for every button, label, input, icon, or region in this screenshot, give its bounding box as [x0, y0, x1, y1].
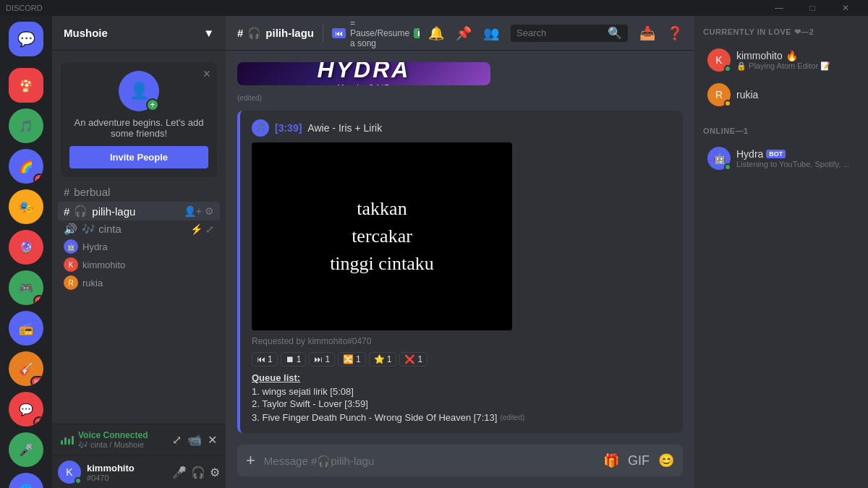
server-icon-5[interactable]: 🔮	[9, 230, 43, 265]
hash-icon: #	[64, 205, 69, 218]
online-status-dot	[75, 477, 82, 484]
maximize-button[interactable]: □	[796, 0, 829, 16]
main-content: # 🎧 pilih-lagu ⏮ = Pause/Resume a song ⏹…	[226, 16, 694, 488]
reaction-skip[interactable]: ⏭1	[309, 352, 335, 367]
prev-icon: ⏮	[332, 28, 346, 38]
member-item-rukia[interactable]: R rukia	[703, 80, 859, 109]
reaction-stop[interactable]: ⏹1	[281, 352, 307, 367]
minimize-button[interactable]: —	[762, 0, 796, 16]
voice-disconnect-button[interactable]: ✕	[208, 433, 217, 447]
message-input[interactable]	[264, 455, 595, 467]
reaction-count: 1	[325, 354, 330, 364]
queue-title: Queue list:	[252, 372, 671, 383]
reaction-count: 1	[417, 354, 422, 364]
reaction-star[interactable]: ⭐1	[369, 352, 397, 367]
voice-user-rukia[interactable]: R rukia	[58, 274, 220, 291]
activity-icon[interactable]: ⚡	[190, 223, 203, 235]
voice-user-kimmohito[interactable]: K kimmohito	[58, 256, 220, 273]
server-icon-10[interactable]: 🎤	[9, 432, 43, 467]
voice-channel-cinta[interactable]: 🔊 🎶 cinta ⚡ ⤢	[58, 221, 220, 237]
stop-icon: ⏹	[414, 28, 420, 38]
member-item-kimmohito[interactable]: K kimmohito 🔥 🔒 Playing Atom Editor 📝	[703, 46, 859, 74]
status-dot	[724, 100, 731, 107]
pause-icon: ⏮	[257, 354, 265, 364]
server-emoji: 🌈	[19, 160, 33, 174]
gift-icon[interactable]: 🎁	[603, 453, 619, 468]
member-avatar-hydra: 🤖	[707, 147, 731, 170]
emoji-icon[interactable]: 😊	[658, 453, 674, 468]
fire-icon: 🔥	[786, 50, 798, 61]
voice-bar-1	[61, 440, 63, 445]
member-item-hydra[interactable]: 🤖 Hydra BOT Listening to YouTube, Spotif…	[703, 144, 859, 173]
queue-item-2: 2. Taylor Swift - Lover [3:59]	[252, 398, 671, 409]
shuffle-icon: 🔀	[343, 354, 354, 364]
server-icon-11[interactable]: 🌐 40	[9, 473, 43, 488]
banner-title: HYDRA	[318, 62, 411, 83]
reaction-shuffle[interactable]: 🔀1	[338, 352, 366, 367]
server-icon-7[interactable]: 📻	[9, 311, 43, 346]
channel-sidebar: Mushoie ▼ ✕ 👤 + An adventure begins. Let…	[52, 16, 226, 488]
server-icon-6[interactable]: 🎮 2	[9, 270, 43, 305]
voice-connected-bar: Voice Connected 🎶 cinta / Mushoie ⤢ 📹 ✕	[52, 424, 226, 455]
invite-card-close[interactable]: ✕	[203, 68, 211, 80]
channel-item-pilih-lagu[interactable]: # 🎧 pilih-lagu 👤+ ⚙	[58, 202, 220, 221]
voice-indicator	[61, 436, 74, 445]
message-header: 🎵 [3:39] Awie - Iris + Lirik	[252, 119, 671, 137]
channel-list: ✕ 👤 + An adventure begins. Let's add som…	[52, 51, 226, 424]
server-icon-mushie[interactable]: 🍄	[9, 68, 43, 103]
server-header[interactable]: Mushoie ▼	[52, 16, 226, 51]
avatar-icon: 👤	[129, 82, 149, 100]
server-icon-3[interactable]: 🌈 2	[9, 149, 43, 184]
star-icon: ⭐	[374, 354, 385, 364]
member-name-hydra: Hydra	[736, 148, 763, 160]
reaction-count: 1	[387, 354, 392, 364]
settings-icon[interactable]: ⚙	[205, 205, 214, 217]
channel-actions: ⚡ ⤢	[190, 223, 214, 235]
expand-icon[interactable]: ⤢	[205, 223, 214, 235]
voice-video-button[interactable]: 📹	[187, 433, 202, 447]
notification-badge: 2	[33, 174, 43, 184]
reaction-close[interactable]: ❌1	[399, 352, 427, 367]
discord-home-button[interactable]: 💬	[9, 22, 43, 56]
lock-icon: 🔒	[736, 61, 746, 70]
server-icon-8[interactable]: 🎸 92	[9, 351, 43, 386]
voice-bar-2	[64, 437, 67, 445]
voice-user-hydra[interactable]: 🤖 Hydra	[58, 238, 220, 255]
voice-info: Voice Connected 🎶 cinta / Mushoie	[61, 430, 148, 450]
channel-item-berbual[interactable]: # berbual	[58, 183, 220, 201]
channel-header: # 🎧 pilih-lagu ⏮ = Pause/Resume a song ⏹…	[226, 16, 694, 51]
member-info-hydra: Hydra BOT Listening to YouTube, Spotify,…	[736, 148, 850, 168]
member-status-hydra: Listening to YouTube, Spotify, ...	[736, 160, 850, 168]
discord-logo-icon: 💬	[17, 30, 35, 48]
members-icon[interactable]: 👥	[483, 25, 499, 41]
queue-item-3-row: 3. Five Finger Death Punch - Wrong Side …	[252, 411, 671, 424]
notification-badge: 1	[33, 416, 43, 427]
notification-badge: 92	[30, 376, 43, 386]
add-person-icon[interactable]: 👤+	[184, 205, 202, 217]
user-bar: K kimmohito #0470 🎤 🎧 ⚙	[52, 455, 226, 488]
server-emoji: 🎭	[19, 200, 33, 214]
invite-people-button[interactable]: Invite People	[69, 146, 208, 168]
pin-icon[interactable]: 📌	[456, 25, 472, 41]
reaction-pause[interactable]: ⏮1	[252, 352, 278, 367]
server-emoji: 🎤	[19, 443, 33, 457]
search-input[interactable]	[516, 27, 603, 38]
mute-button[interactable]: 🎤	[172, 466, 187, 479]
server-icon-4[interactable]: 🎭	[9, 189, 43, 224]
deafen-button[interactable]: 🎧	[191, 466, 205, 479]
message-add-button[interactable]: +	[246, 451, 255, 470]
gif-icon[interactable]: GIF	[628, 453, 650, 468]
reaction-bar: ⏮1 ⏹1 ⏭1 🔀1 ⭐1 ❌1	[252, 352, 671, 367]
lyrics-line-1: takkan	[357, 198, 407, 220]
title-bar-left: DISCORD	[6, 4, 43, 12]
server-icon-9[interactable]: 💬 1	[9, 392, 43, 427]
bell-icon[interactable]: 🔔	[428, 25, 444, 41]
voice-expand-button[interactable]: ⤢	[172, 433, 182, 447]
server-icon-strapfy[interactable]: 🎵	[9, 108, 43, 143]
inbox-icon[interactable]: 📥	[639, 25, 655, 41]
help-icon[interactable]: ❓	[667, 25, 683, 41]
user-settings-button[interactable]: ⚙	[210, 466, 220, 479]
close-button[interactable]: ✕	[829, 0, 862, 16]
message-input-area: + 🎁 GIF 😊	[226, 445, 694, 488]
header-desc-text: = Pause/Resume a song	[350, 18, 409, 48]
